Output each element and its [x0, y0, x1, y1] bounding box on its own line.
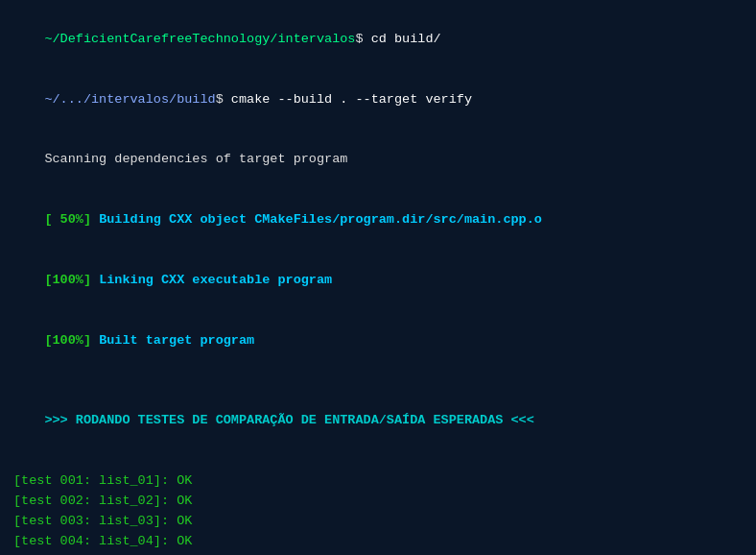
terminal-line-scan: Scanning dependencies of target program: [13, 131, 743, 191]
space2: [91, 273, 99, 287]
terminal-window: ~/DeficientCarefreeTechnology/intervalos…: [0, 0, 756, 555]
blank-line-2: [13, 451, 743, 471]
terminal-line-1: ~/DeficientCarefreeTechnology/intervalos…: [13, 10, 743, 70]
test-001-text: [test 001: list_01]: OK: [13, 473, 192, 488]
pct50-badge: [ 50%]: [44, 212, 91, 227]
blank-line-1: [13, 372, 743, 392]
test-003-text: [test 003: list_03]: OK: [13, 514, 192, 528]
building-text: Building CXX object CMakeFiles/program.d…: [99, 212, 542, 227]
test-002: [test 002: list_02]: OK: [13, 492, 743, 512]
built-text: Built target program: [99, 333, 254, 348]
pct100-built-badge: [100%]: [44, 333, 91, 348]
linking-text: Linking CXX executable program: [99, 273, 332, 287]
prompt-path: ~/.../intervalos/build: [44, 92, 215, 107]
prompt-dollar: $: [355, 32, 370, 46]
prompt-user: ~/DeficientCarefreeTechnology/intervalos: [44, 32, 355, 46]
cmake-cmd: cmake --build . --target verify: [231, 92, 472, 107]
scan-text: Scanning dependencies of target program: [44, 152, 347, 166]
test-003: [test 003: list_03]: OK: [13, 512, 743, 532]
space: [91, 212, 99, 227]
terminal-line-100-link: [100%] Linking CXX executable program: [13, 251, 743, 311]
test-002-text: [test 002: list_02]: OK: [13, 494, 192, 508]
test-004: [test 004: list_04]: OK: [13, 532, 743, 552]
section-label-1: >>> RODANDO TESTES DE COMPARAÇÃO DE ENTR…: [44, 413, 533, 427]
terminal-line-50: [ 50%] Building CXX object CMakeFiles/pr…: [13, 190, 743, 251]
test-004-text: [test 004: list_04]: OK: [13, 534, 192, 548]
terminal-line-2: ~/.../intervalos/build$ cmake --build . …: [13, 70, 743, 131]
prompt-dollar-2: $: [216, 92, 231, 107]
space3: [91, 333, 99, 348]
section-header-1: >>> RODANDO TESTES DE COMPARAÇÃO DE ENTR…: [13, 392, 743, 452]
test-001: [test 001: list_01]: OK: [13, 471, 743, 492]
terminal-line-100-built: [100%] Built target program: [13, 311, 743, 372]
cmd-text: cd build/: [371, 32, 441, 46]
pct100-link-badge: [100%]: [44, 273, 91, 287]
